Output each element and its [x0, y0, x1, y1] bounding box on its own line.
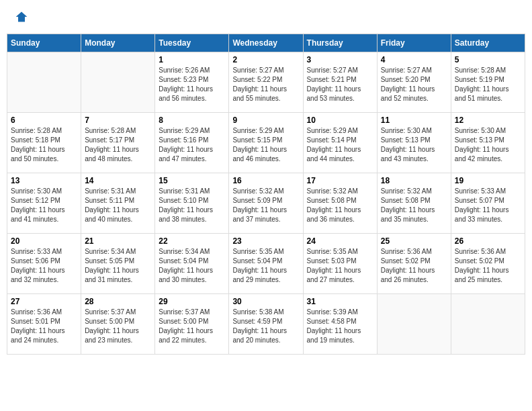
day-info: Sunrise: 5:27 AMSunset: 5:21 PMDaylight:… [307, 66, 373, 103]
day-number: 22 [159, 236, 225, 246]
day-info: Sunrise: 5:30 AMSunset: 5:13 PMDaylight:… [455, 126, 521, 164]
weekday-header: Saturday [451, 34, 525, 52]
day-number: 25 [381, 236, 447, 246]
day-info: Sunrise: 5:27 AMSunset: 5:20 PMDaylight:… [381, 66, 447, 103]
day-info: Sunrise: 5:36 AMSunset: 5:01 PMDaylight:… [11, 308, 77, 345]
day-info: Sunrise: 5:34 AMSunset: 5:05 PMDaylight:… [85, 247, 151, 285]
day-info: Sunrise: 5:27 AMSunset: 5:22 PMDaylight:… [232, 66, 299, 103]
day-number: 27 [11, 297, 77, 306]
calendar-cell: 21Sunrise: 5:34 AMSunset: 5:05 PMDayligh… [81, 234, 155, 294]
day-info: Sunrise: 5:33 AMSunset: 5:07 PMDaylight:… [455, 187, 521, 224]
day-number: 12 [455, 116, 521, 125]
day-info: Sunrise: 5:35 AMSunset: 5:03 PMDaylight:… [307, 247, 373, 285]
calendar-cell: 6Sunrise: 5:28 AMSunset: 5:18 PMDaylight… [7, 113, 81, 173]
calendar-cell: 2Sunrise: 5:27 AMSunset: 5:22 PMDaylight… [229, 52, 303, 113]
calendar-table: SundayMondayTuesdayWednesdayThursdayFrid… [7, 34, 525, 355]
day-number: 1 [159, 55, 225, 64]
day-info: Sunrise: 5:31 AMSunset: 5:11 PMDaylight:… [85, 187, 151, 224]
calendar-cell: 26Sunrise: 5:36 AMSunset: 5:02 PMDayligh… [451, 234, 525, 294]
logo [13, 10, 28, 24]
calendar-cell: 14Sunrise: 5:31 AMSunset: 5:11 PMDayligh… [81, 173, 155, 234]
calendar-cell: 19Sunrise: 5:33 AMSunset: 5:07 PMDayligh… [451, 173, 525, 234]
calendar-cell: 29Sunrise: 5:37 AMSunset: 5:00 PMDayligh… [155, 294, 229, 355]
calendar-cell: 5Sunrise: 5:28 AMSunset: 5:19 PMDaylight… [451, 52, 525, 113]
day-number: 7 [85, 116, 151, 125]
page-header [7, 7, 525, 27]
svg-marker-0 [16, 12, 28, 22]
calendar-cell: 7Sunrise: 5:28 AMSunset: 5:17 PMDaylight… [81, 113, 155, 173]
calendar-cell: 17Sunrise: 5:32 AMSunset: 5:08 PMDayligh… [303, 173, 377, 234]
day-number: 28 [85, 297, 151, 306]
calendar-cell [7, 52, 81, 113]
calendar-cell: 9Sunrise: 5:29 AMSunset: 5:15 PMDaylight… [229, 113, 303, 173]
day-number: 17 [307, 176, 373, 185]
day-info: Sunrise: 5:32 AMSunset: 5:08 PMDaylight:… [381, 187, 447, 224]
day-info: Sunrise: 5:34 AMSunset: 5:04 PMDaylight:… [159, 247, 225, 285]
calendar-cell: 12Sunrise: 5:30 AMSunset: 5:13 PMDayligh… [451, 113, 525, 173]
day-number: 3 [307, 55, 373, 64]
day-info: Sunrise: 5:38 AMSunset: 4:59 PMDaylight:… [232, 308, 299, 345]
day-number: 16 [232, 176, 299, 185]
day-info: Sunrise: 5:35 AMSunset: 5:04 PMDaylight:… [232, 247, 299, 285]
day-number: 6 [11, 116, 77, 125]
day-info: Sunrise: 5:33 AMSunset: 5:06 PMDaylight:… [11, 247, 77, 285]
calendar-week-row: 1Sunrise: 5:26 AMSunset: 5:23 PMDaylight… [7, 52, 525, 113]
calendar-cell: 23Sunrise: 5:35 AMSunset: 5:04 PMDayligh… [229, 234, 303, 294]
day-number: 18 [381, 176, 447, 185]
day-number: 23 [232, 236, 299, 246]
day-info: Sunrise: 5:36 AMSunset: 5:02 PMDaylight:… [455, 247, 521, 285]
day-info: Sunrise: 5:32 AMSunset: 5:09 PMDaylight:… [232, 187, 299, 224]
day-number: 30 [232, 297, 299, 306]
day-number: 21 [85, 236, 151, 246]
calendar-header: SundayMondayTuesdayWednesdayThursdayFrid… [7, 34, 525, 52]
day-info: Sunrise: 5:37 AMSunset: 5:00 PMDaylight:… [159, 308, 225, 345]
day-info: Sunrise: 5:28 AMSunset: 5:19 PMDaylight:… [455, 66, 521, 103]
calendar-cell: 24Sunrise: 5:35 AMSunset: 5:03 PMDayligh… [303, 234, 377, 294]
day-info: Sunrise: 5:37 AMSunset: 5:00 PMDaylight:… [85, 308, 151, 345]
day-number: 9 [232, 116, 299, 125]
weekday-header: Wednesday [229, 34, 303, 52]
weekday-header: Tuesday [155, 34, 229, 52]
day-info: Sunrise: 5:39 AMSunset: 4:58 PMDaylight:… [307, 308, 373, 345]
day-info: Sunrise: 5:30 AMSunset: 5:13 PMDaylight:… [381, 126, 447, 164]
day-info: Sunrise: 5:29 AMSunset: 5:14 PMDaylight:… [307, 126, 373, 164]
calendar-cell [81, 52, 155, 113]
calendar-cell: 31Sunrise: 5:39 AMSunset: 4:58 PMDayligh… [303, 294, 377, 355]
calendar-cell: 25Sunrise: 5:36 AMSunset: 5:02 PMDayligh… [377, 234, 451, 294]
day-info: Sunrise: 5:32 AMSunset: 5:08 PMDaylight:… [307, 187, 373, 224]
day-number: 11 [381, 116, 447, 125]
calendar-cell: 1Sunrise: 5:26 AMSunset: 5:23 PMDaylight… [155, 52, 229, 113]
day-number: 20 [11, 236, 77, 246]
calendar-cell: 18Sunrise: 5:32 AMSunset: 5:08 PMDayligh… [377, 173, 451, 234]
calendar-cell [451, 294, 525, 355]
day-info: Sunrise: 5:29 AMSunset: 5:15 PMDaylight:… [232, 126, 299, 164]
calendar-cell: 8Sunrise: 5:29 AMSunset: 5:16 PMDaylight… [155, 113, 229, 173]
day-number: 26 [455, 236, 521, 246]
day-number: 5 [455, 55, 521, 64]
calendar-cell: 13Sunrise: 5:30 AMSunset: 5:12 PMDayligh… [7, 173, 81, 234]
day-info: Sunrise: 5:28 AMSunset: 5:17 PMDaylight:… [85, 126, 151, 164]
day-number: 31 [307, 297, 373, 306]
weekday-header: Sunday [7, 34, 81, 52]
calendar-week-row: 13Sunrise: 5:30 AMSunset: 5:12 PMDayligh… [7, 173, 525, 234]
logo-icon [15, 10, 28, 24]
calendar-cell: 20Sunrise: 5:33 AMSunset: 5:06 PMDayligh… [7, 234, 81, 294]
weekday-header: Monday [81, 34, 155, 52]
calendar-cell: 4Sunrise: 5:27 AMSunset: 5:20 PMDaylight… [377, 52, 451, 113]
calendar-cell: 28Sunrise: 5:37 AMSunset: 5:00 PMDayligh… [81, 294, 155, 355]
day-info: Sunrise: 5:26 AMSunset: 5:23 PMDaylight:… [159, 66, 225, 103]
day-number: 19 [455, 176, 521, 185]
calendar-cell: 15Sunrise: 5:31 AMSunset: 5:10 PMDayligh… [155, 173, 229, 234]
calendar-cell: 16Sunrise: 5:32 AMSunset: 5:09 PMDayligh… [229, 173, 303, 234]
day-info: Sunrise: 5:36 AMSunset: 5:02 PMDaylight:… [381, 247, 447, 285]
calendar-cell: 30Sunrise: 5:38 AMSunset: 4:59 PMDayligh… [229, 294, 303, 355]
calendar-cell: 27Sunrise: 5:36 AMSunset: 5:01 PMDayligh… [7, 294, 81, 355]
day-number: 13 [11, 176, 77, 185]
day-number: 14 [85, 176, 151, 185]
calendar-cell: 11Sunrise: 5:30 AMSunset: 5:13 PMDayligh… [377, 113, 451, 173]
day-number: 29 [159, 297, 225, 306]
weekday-header: Thursday [303, 34, 377, 52]
day-number: 2 [232, 55, 299, 64]
day-info: Sunrise: 5:29 AMSunset: 5:16 PMDaylight:… [159, 126, 225, 164]
day-info: Sunrise: 5:28 AMSunset: 5:18 PMDaylight:… [11, 126, 77, 164]
